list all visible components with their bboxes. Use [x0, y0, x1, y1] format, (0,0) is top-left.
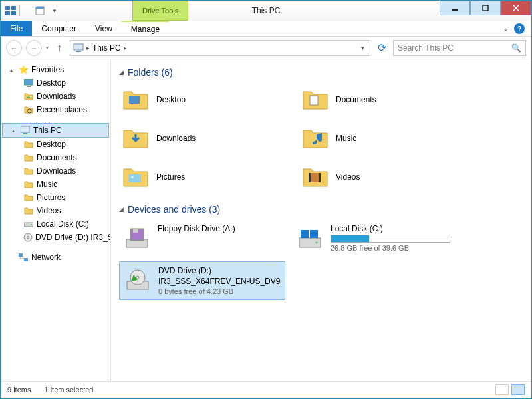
minimize-button[interactable] — [440, 1, 470, 15]
svg-point-39 — [136, 276, 139, 279]
maximize-button[interactable] — [470, 1, 501, 15]
nav-favorites-label: Favorites — [31, 65, 64, 74]
nav-item-recent[interactable]: Recent places — [1, 103, 110, 116]
nav-thispc-label: This PC — [33, 126, 62, 135]
breadcrumb-location[interactable]: This PC — [92, 43, 121, 53]
view-details-button[interactable] — [495, 384, 509, 395]
svg-rect-25 — [129, 174, 141, 182]
folder-icon — [301, 124, 329, 152]
star-icon: ⭐ — [18, 65, 29, 75]
properties-icon[interactable] — [34, 5, 46, 17]
svg-rect-24 — [310, 96, 318, 105]
chevron-right-icon[interactable]: ▸ — [86, 45, 90, 51]
file-menu[interactable]: File — [1, 21, 32, 36]
manage-menu[interactable]: Manage — [122, 21, 169, 36]
back-button[interactable]: ← — [6, 40, 22, 56]
svg-rect-23 — [129, 96, 140, 104]
drive-dvd[interactable]: DVD Drive (D:) IR3_SSS_X64FREV_EN-US_DV9… — [119, 261, 285, 300]
svg-rect-28 — [309, 173, 311, 182]
videos-icon — [23, 205, 34, 216]
content-pane: ◢ Folders (6) Desktop Documents Download… — [111, 59, 531, 381]
collapse-icon[interactable]: ◢ — [119, 69, 124, 76]
svg-rect-7 — [483, 5, 488, 11]
svg-rect-21 — [19, 253, 23, 257]
window-buttons — [440, 1, 531, 15]
nav-this-pc[interactable]: ▴ This PC — [2, 123, 109, 138]
drive-floppy[interactable]: Floppy Disk Drive (A:) — [119, 220, 285, 256]
drive-local-c[interactable]: Local Disk (C:) 26.8 GB free of 39.6 GB — [292, 220, 478, 256]
nav-item-downloads2[interactable]: Downloads — [1, 164, 110, 178]
folder-downloads[interactable]: Downloads — [119, 122, 285, 155]
breadcrumb-dropdown-icon[interactable]: ▾ — [358, 45, 367, 51]
svg-point-20 — [27, 237, 29, 239]
nav-favorites[interactable]: ▴ ⭐ Favorites — [1, 63, 110, 76]
app-icon — [5, 5, 17, 17]
qat-sep-icon — [19, 5, 31, 16]
collapse-icon[interactable]: ▴ — [10, 67, 15, 73]
context-tab-drive-tools[interactable]: Drive Tools — [132, 1, 188, 21]
computer-menu[interactable]: Computer — [32, 21, 86, 36]
svg-rect-32 — [133, 229, 138, 233]
folder-documents[interactable]: Documents — [299, 83, 465, 116]
pictures-icon — [23, 192, 34, 203]
nav-item-desktop[interactable]: Desktop — [1, 76, 110, 90]
computer-icon — [20, 125, 31, 136]
collapse-icon[interactable]: ▴ — [12, 128, 17, 134]
chevron-right-icon[interactable]: ▸ — [124, 45, 127, 51]
drive-sub: 0 bytes free of 4.23 GB — [158, 287, 280, 295]
ribbon-expand-icon[interactable]: ⌄ — [503, 25, 509, 32]
recent-icon — [23, 104, 34, 115]
svg-rect-10 — [74, 44, 83, 50]
folder-desktop[interactable]: Desktop — [119, 83, 285, 116]
svg-rect-13 — [27, 86, 31, 87]
storage-bar — [331, 235, 450, 243]
nav-item-localdisk[interactable]: Local Disk (C:) — [1, 217, 110, 231]
desktop-icon — [23, 139, 34, 150]
view-menu[interactable]: View — [86, 21, 122, 36]
desktop-icon — [23, 78, 34, 88]
nav-item-pictures[interactable]: Pictures — [1, 191, 110, 204]
qat-dropdown-icon[interactable]: ▼ — [49, 5, 61, 17]
up-button[interactable]: ↑ — [53, 41, 66, 55]
svg-rect-35 — [301, 230, 309, 238]
help-icon[interactable]: ? — [514, 23, 525, 34]
search-input[interactable]: Search This PC 🔍 — [393, 40, 526, 56]
drive-name: DVD Drive (D:) — [158, 266, 280, 275]
nav-item-downloads[interactable]: Downloads — [1, 90, 110, 103]
group-drives-header[interactable]: ◢ Devices and drives (3) — [119, 204, 523, 215]
svg-rect-3 — [11, 11, 16, 15]
music-icon — [23, 179, 34, 190]
nav-item-videos[interactable]: Videos — [1, 204, 110, 217]
folder-icon — [122, 163, 150, 191]
refresh-button[interactable]: ⟳ — [374, 41, 389, 55]
folder-music[interactable]: Music — [299, 122, 465, 155]
folder-icon — [301, 163, 329, 191]
drive-sub: 26.8 GB free of 39.6 GB — [331, 244, 450, 252]
svg-point-26 — [131, 176, 134, 178]
nav-network[interactable]: ▸ Network — [1, 251, 110, 264]
nav-item-desktop2[interactable]: Desktop — [1, 138, 110, 151]
drive-name: Local Disk (C:) — [331, 224, 450, 233]
group-folders-header[interactable]: ◢ Folders (6) — [119, 67, 523, 78]
forward-button[interactable]: → — [26, 40, 42, 56]
dvd-icon — [124, 266, 152, 294]
breadcrumb[interactable]: ▸ This PC ▸ ▾ — [70, 40, 370, 56]
nav-network-label: Network — [31, 253, 61, 262]
nav-item-documents[interactable]: Documents — [1, 151, 110, 164]
close-button[interactable] — [501, 1, 531, 15]
computer-icon — [73, 43, 84, 53]
folder-pictures[interactable]: Pictures — [119, 160, 285, 194]
nav-item-music[interactable]: Music — [1, 178, 110, 191]
recent-dropdown-icon[interactable]: ▾ — [46, 45, 49, 51]
status-bar: 9 items 1 item selected — [1, 381, 531, 397]
nav-item-dvd[interactable]: DVD Drive (D:) IR3_S — [1, 231, 110, 244]
collapse-icon[interactable]: ◢ — [119, 206, 124, 213]
search-placeholder: Search This PC — [398, 43, 454, 53]
search-icon: 🔍 — [511, 43, 521, 53]
folder-videos[interactable]: Videos — [299, 160, 465, 194]
svg-rect-15 — [21, 126, 30, 132]
navigation-pane: ▴ ⭐ Favorites Desktop Downloads Recent p… — [1, 59, 111, 381]
window-title: This PC — [252, 6, 281, 15]
folder-icon — [122, 124, 150, 152]
view-tiles-button[interactable] — [511, 384, 525, 395]
